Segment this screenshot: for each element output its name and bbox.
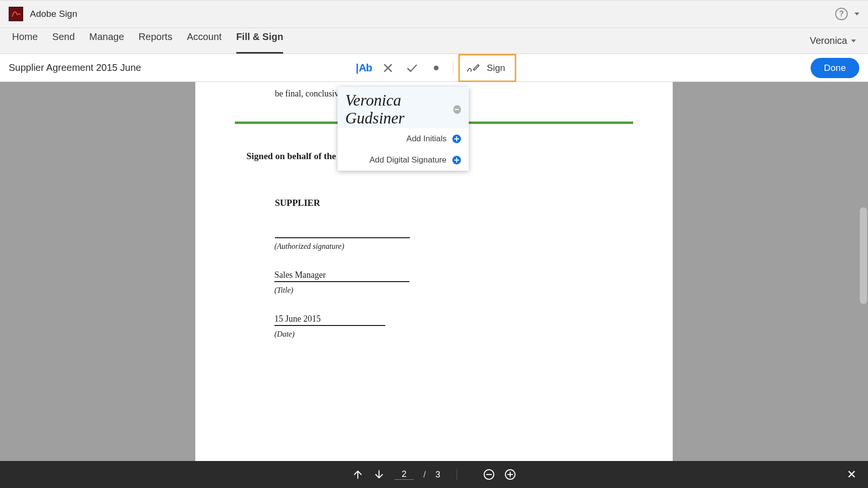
app-menu-caret-icon[interactable] bbox=[854, 13, 859, 15]
sign-button[interactable]: Sign bbox=[458, 54, 516, 82]
nav-account[interactable]: Account bbox=[187, 28, 221, 54]
app-title: Adobe Sign bbox=[30, 9, 77, 19]
app-bar-left: Adobe Sign bbox=[9, 7, 77, 21]
app-bar-right: ? bbox=[835, 8, 859, 20]
signature-icon bbox=[466, 63, 480, 73]
zoom-out-button[interactable] bbox=[483, 469, 495, 480]
add-digital-label: Add Digital Signature bbox=[369, 155, 447, 165]
help-icon[interactable]: ? bbox=[835, 8, 848, 20]
arrow-up-icon bbox=[352, 469, 364, 480]
check-tool[interactable] bbox=[400, 56, 424, 80]
toolbar: Supplier Agreement 2015 June Ab Sign Don… bbox=[0, 54, 868, 82]
check-icon bbox=[406, 63, 418, 73]
zoom-controls bbox=[483, 469, 516, 480]
text-tool[interactable]: Ab bbox=[352, 56, 376, 80]
bottom-divider bbox=[457, 469, 457, 480]
date-caption: (Date) bbox=[274, 330, 639, 339]
signature-option[interactable]: Veronica Gudsiner bbox=[338, 87, 469, 128]
page-total: 3 bbox=[435, 470, 440, 480]
add-initials-option[interactable]: Add Initials bbox=[338, 128, 469, 149]
text-tool-label: Ab bbox=[356, 62, 372, 74]
nav-fill-sign[interactable]: Fill & Sign bbox=[236, 28, 284, 54]
remove-signature-icon[interactable] bbox=[453, 105, 461, 114]
user-name: Veronica bbox=[810, 35, 847, 46]
svg-point-0 bbox=[434, 66, 438, 70]
add-initials-label: Add Initials bbox=[407, 134, 447, 144]
zoom-in-button[interactable] bbox=[504, 469, 516, 480]
nav-bar: Home Send Manage Reports Account Fill & … bbox=[0, 28, 868, 54]
add-digital-signature-option[interactable]: Add Digital Signature bbox=[338, 149, 469, 171]
page-number-input[interactable] bbox=[394, 469, 414, 480]
app-logo-icon bbox=[9, 7, 23, 21]
scrollbar-thumb[interactable] bbox=[860, 207, 867, 304]
close-button[interactable]: ✕ bbox=[847, 468, 856, 481]
app-bar: Adobe Sign ? bbox=[0, 0, 868, 28]
document-title: Supplier Agreement 2015 June bbox=[9, 62, 141, 73]
scrollbar-track[interactable] bbox=[858, 82, 868, 461]
sign-button-label: Sign bbox=[487, 63, 505, 73]
nav-reports[interactable]: Reports bbox=[138, 28, 172, 54]
zoom-in-icon bbox=[504, 469, 516, 480]
date-value: 15 June 2015 bbox=[274, 314, 321, 325]
dot-tool[interactable] bbox=[424, 56, 448, 80]
auth-signature-caption: (Authorized signature) bbox=[274, 242, 639, 251]
date-field[interactable]: 15 June 2015 bbox=[274, 314, 385, 326]
page-control-bar: / 3 ✕ bbox=[0, 461, 868, 488]
plus-icon bbox=[452, 156, 461, 164]
supplier-heading: SUPPLIER bbox=[275, 198, 639, 208]
nav-home[interactable]: Home bbox=[12, 28, 38, 54]
user-menu-caret-icon bbox=[851, 40, 856, 42]
dot-icon bbox=[433, 65, 439, 71]
nav-send[interactable]: Send bbox=[52, 28, 75, 54]
nav-manage[interactable]: Manage bbox=[89, 28, 124, 54]
plus-icon bbox=[452, 135, 461, 143]
arrow-down-icon bbox=[373, 469, 385, 480]
page-down-button[interactable] bbox=[373, 469, 385, 480]
nav-tabs: Home Send Manage Reports Account Fill & … bbox=[12, 28, 283, 54]
document-canvas[interactable]: be final, conclusive and binding upon bo… bbox=[0, 82, 868, 461]
signature-name: Veronica Gudsiner bbox=[345, 92, 453, 127]
title-value: Sales Manager bbox=[274, 270, 326, 281]
sign-dropdown: Veronica Gudsiner Add Initials Add Digit… bbox=[338, 87, 469, 171]
title-field[interactable]: Sales Manager bbox=[274, 270, 409, 282]
user-menu[interactable]: Veronica bbox=[810, 35, 856, 46]
page-separator: / bbox=[423, 470, 426, 480]
done-button[interactable]: Done bbox=[811, 58, 859, 78]
toolbar-divider bbox=[453, 61, 453, 75]
toolbar-tools: Ab Sign bbox=[352, 54, 516, 82]
page-up-button[interactable] bbox=[352, 469, 364, 480]
zoom-out-icon bbox=[483, 469, 495, 480]
signature-line[interactable] bbox=[275, 237, 410, 238]
cross-tool[interactable] bbox=[376, 56, 400, 80]
cross-icon bbox=[383, 63, 393, 73]
title-caption: (Title) bbox=[274, 286, 639, 295]
